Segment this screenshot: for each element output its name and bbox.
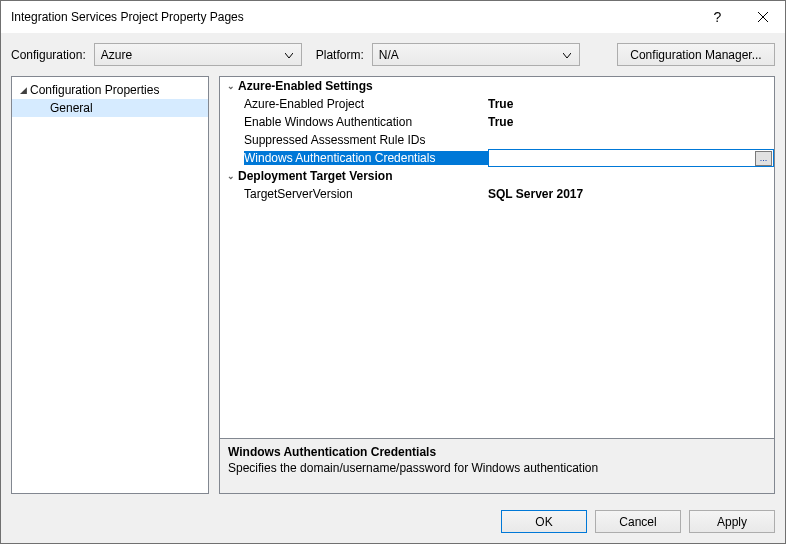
chevron-down-icon: ⌄ [224,81,238,91]
prop-name: Windows Authentication Credentials [244,151,488,165]
prop-windows-authentication-credentials[interactable]: Windows Authentication Credentials ... [220,149,774,167]
ellipsis-button[interactable]: ... [755,151,772,166]
prop-name: TargetServerVersion [244,187,488,201]
category-label: Deployment Target Version [238,169,392,183]
prop-enable-windows-authentication[interactable]: Enable Windows Authentication True [220,113,774,131]
configuration-label: Configuration: [11,48,88,62]
help-button[interactable]: ? [695,2,740,33]
prop-name: Enable Windows Authentication [244,115,488,129]
platform-label: Platform: [316,48,366,62]
prop-value: True [488,115,513,129]
tree-node-configuration-properties[interactable]: ◢ Configuration Properties [12,81,208,99]
prop-name: Suppressed Assessment Rule IDs [244,133,488,147]
prop-suppressed-assessment-rule-ids[interactable]: Suppressed Assessment Rule IDs [220,131,774,149]
chevron-down-icon: ⌄ [224,171,238,181]
config-toolbar: Configuration: Azure Platform: N/A Confi… [1,33,785,76]
description-pane: Windows Authentication Credentials Speci… [219,438,775,494]
category-label: Azure-Enabled Settings [238,79,373,93]
category-azure-enabled-settings[interactable]: ⌄ Azure-Enabled Settings [220,77,774,95]
prop-value: SQL Server 2017 [488,187,583,201]
prop-name: Azure-Enabled Project [244,97,488,111]
close-icon [758,12,768,22]
platform-dropdown[interactable]: N/A [372,43,580,66]
dialog-footer: OK Cancel Apply [1,502,785,543]
configuration-dropdown[interactable]: Azure [94,43,302,66]
chevron-down-icon [559,48,575,62]
ok-button[interactable]: OK [501,510,587,533]
tree-node-label: General [50,101,93,115]
apply-button[interactable]: Apply [689,510,775,533]
description-text: Specifies the domain/username/password f… [228,461,766,475]
tree-node-general[interactable]: General [12,99,208,117]
chevron-down-icon [281,48,297,62]
prop-value: True [488,97,513,111]
property-pages-dialog: Integration Services Project Property Pa… [0,0,786,544]
configuration-value: Azure [101,48,281,62]
nav-tree[interactable]: ◢ Configuration Properties General [11,76,209,494]
cancel-button[interactable]: Cancel [595,510,681,533]
prop-azure-enabled-project[interactable]: Azure-Enabled Project True [220,95,774,113]
configuration-manager-button[interactable]: Configuration Manager... [617,43,775,66]
property-grid[interactable]: ⌄ Azure-Enabled Settings Azure-Enabled P… [219,76,775,439]
titlebar: Integration Services Project Property Pa… [1,1,785,33]
description-title: Windows Authentication Credentials [228,445,766,459]
close-button[interactable] [740,2,785,33]
tree-node-label: Configuration Properties [30,83,159,97]
prop-target-server-version[interactable]: TargetServerVersion SQL Server 2017 [220,185,774,203]
category-deployment-target-version[interactable]: ⌄ Deployment Target Version [220,167,774,185]
platform-value: N/A [379,48,559,62]
collapse-icon: ◢ [20,85,30,95]
window-title: Integration Services Project Property Pa… [11,10,695,24]
prop-value-cell[interactable]: ... [488,149,774,167]
